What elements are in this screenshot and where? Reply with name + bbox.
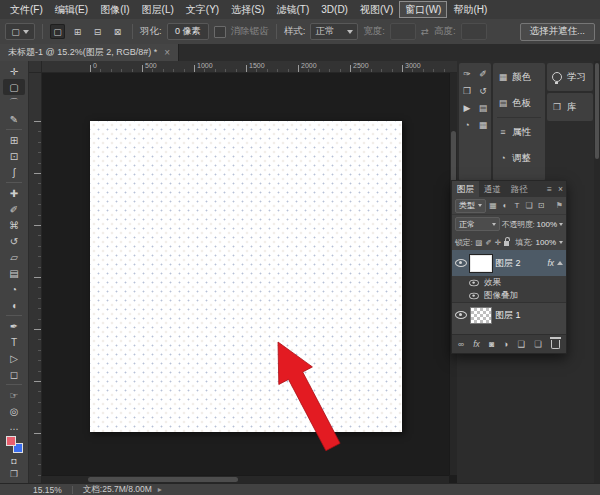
style-dropdown[interactable]: 正常 [310, 23, 358, 40]
gradient-tool[interactable]: ▤ [3, 265, 25, 281]
hand-tool[interactable]: ☞ [3, 387, 25, 403]
patterns-panel-icon[interactable]: ▤ [479, 103, 488, 113]
new-layer-button[interactable]: ❏ [534, 339, 542, 349]
color-panel-item[interactable]: ▦ 颜色 [493, 64, 545, 90]
menu-item-type[interactable]: 文字(Y) [180, 1, 225, 18]
delete-layer-button[interactable] [551, 340, 560, 349]
menu-item-file[interactable]: 文件(F) [4, 1, 49, 18]
scrollbar-thumb[interactable] [595, 63, 599, 159]
filter-adjustment-icon[interactable]: ◐ [500, 201, 510, 210]
filter-smart-object-icon[interactable]: ⊡ [536, 201, 546, 210]
filter-pixel-icon[interactable]: ▦ [488, 201, 498, 210]
add-selection-button[interactable]: ⊞ [70, 24, 85, 39]
screen-mode-icon[interactable]: ❐ [10, 469, 18, 479]
actions-panel-icon[interactable]: ▶ [464, 103, 471, 113]
edit-toolbar-icon[interactable]: ⋯ [10, 425, 19, 433]
menu-item-3d[interactable]: 3D(D) [315, 1, 354, 18]
lock-all-icon[interactable] [504, 241, 509, 246]
adjustments-panel-item[interactable]: ◔ 调整 [493, 145, 545, 171]
tab-layers[interactable]: 图层 [452, 181, 479, 197]
width-input[interactable] [390, 23, 416, 40]
lock-transparent-icon[interactable]: ▨ [475, 238, 482, 247]
brush-settings-panel-icon[interactable]: ✑ [463, 69, 471, 79]
select-and-mask-button[interactable]: 选择并遮住... [520, 23, 595, 41]
visibility-eye-icon[interactable] [455, 259, 467, 267]
layer-thumbnail[interactable] [470, 307, 492, 324]
tab-paths[interactable]: 路径 [506, 181, 533, 197]
visibility-eye-icon[interactable] [469, 292, 479, 298]
libraries-panel-item[interactable]: ❐ 库 [547, 93, 593, 121]
canvas-horizontal-scrollbar[interactable] [42, 475, 449, 483]
intersect-selection-button[interactable]: ⊠ [110, 24, 125, 39]
feather-input[interactable]: 0 像素 [167, 23, 209, 40]
tool-preset-dropdown[interactable]: ▢ [5, 23, 35, 40]
menu-item-image[interactable]: 图像(I) [94, 1, 135, 18]
crop-tool[interactable]: ⊞ [3, 132, 25, 148]
collapse-effects-icon[interactable] [557, 261, 563, 265]
rectangle-tool[interactable]: ◻ [3, 366, 25, 382]
quick-mask-icon[interactable]: ◘ [11, 456, 16, 466]
history-panel-icon[interactable]: ↺ [479, 86, 487, 96]
frame-tool[interactable]: ⊡ [3, 148, 25, 164]
history-brush-tool[interactable]: ↺ [3, 233, 25, 249]
fx-badge[interactable]: fx [547, 258, 554, 268]
filter-type-icon[interactable]: T [512, 201, 522, 210]
visibility-eye-icon[interactable] [455, 311, 467, 319]
swap-dimensions-icon[interactable]: ⇄ [421, 26, 429, 37]
path-selection-tool[interactable]: ▷ [3, 350, 25, 366]
filter-toggle-icon[interactable]: ⚑ [556, 201, 563, 210]
new-selection-button[interactable]: ▢ [50, 24, 65, 39]
clone-stamp-tool[interactable]: ⌘ [3, 217, 25, 233]
filter-type-dropdown[interactable]: 类型 [455, 199, 486, 213]
lock-position-icon[interactable]: ✛ [495, 238, 501, 247]
opacity-value[interactable]: 100% [537, 220, 557, 229]
add-layer-mask-button[interactable]: ◙ [489, 339, 494, 349]
foreground-swatch[interactable] [6, 436, 16, 446]
lasso-tool[interactable]: ⌒ [3, 95, 25, 111]
blend-mode-dropdown[interactable]: 正常 [455, 217, 500, 231]
type-tool[interactable]: T [3, 334, 25, 350]
antialias-checkbox[interactable] [214, 26, 226, 38]
chevron-down-icon[interactable] [559, 241, 563, 244]
menu-item-view[interactable]: 视图(V) [354, 1, 399, 18]
shapes-panel-icon[interactable]: ▦ [479, 120, 488, 130]
visibility-eye-icon[interactable] [469, 279, 479, 285]
filter-shape-icon[interactable]: ❏ [524, 201, 534, 210]
menu-item-edit[interactable]: 编辑(E) [49, 1, 94, 18]
status-chevron-icon[interactable]: ▸ [158, 485, 162, 494]
rectangular-marquee-tool[interactable]: ▢ [3, 79, 25, 95]
menu-item-help[interactable]: 帮助(H) [447, 1, 493, 18]
menu-item-layer[interactable]: 图层(L) [136, 1, 180, 18]
lock-brush-icon[interactable]: ✐ [485, 238, 491, 247]
close-tab-icon[interactable]: × [164, 48, 170, 58]
link-layers-button[interactable]: ∞ [458, 339, 464, 349]
adjustment-layer-button[interactable]: ◑ [503, 339, 508, 349]
image-overlay-row[interactable]: 图像叠加 [452, 289, 566, 302]
blur-tool[interactable]: ◔ [3, 281, 25, 297]
swatches-panel-item[interactable]: ▤ 色板 [493, 90, 545, 116]
pen-tool[interactable]: ✒ [3, 318, 25, 334]
clone-source-panel-icon[interactable]: ❐ [463, 86, 471, 96]
effects-row[interactable]: 效果 [452, 276, 566, 289]
menu-item-select[interactable]: 选择(S) [225, 1, 270, 18]
tab-channels[interactable]: 通道 [479, 181, 506, 197]
brushes-panel-icon[interactable]: ✐ [479, 69, 487, 79]
new-group-button[interactable]: ❑ [517, 339, 525, 349]
layer-style-button[interactable]: fx [473, 339, 480, 349]
zoom-level-field[interactable]: 15.15% [33, 485, 62, 495]
height-input[interactable] [461, 23, 487, 40]
menu-item-window[interactable]: 窗口(W) [399, 1, 447, 18]
dock-scrollbar[interactable] [594, 61, 600, 483]
menu-item-filter[interactable]: 滤镜(T) [271, 1, 316, 18]
brush-tool[interactable]: ✐ [3, 201, 25, 217]
eyedropper-tool[interactable]: ʃ [3, 164, 25, 180]
zoom-tool[interactable]: ◎ [3, 403, 25, 419]
subtract-selection-button[interactable]: ⊟ [90, 24, 105, 39]
panel-close-icon[interactable]: × [555, 181, 566, 197]
layer-thumbnail[interactable] [470, 255, 492, 272]
spot-healing-tool[interactable]: ✚ [3, 185, 25, 201]
fill-value[interactable]: 100% [536, 238, 556, 247]
eraser-tool[interactable]: ▱ [3, 249, 25, 265]
properties-panel-item[interactable]: ≡ 属性 [493, 119, 545, 145]
move-tool[interactable]: ✛ [3, 63, 25, 79]
